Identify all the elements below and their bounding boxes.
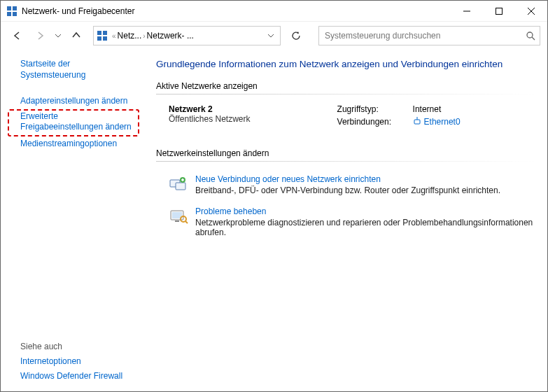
svg-rect-17 [176,183,185,190]
close-icon [528,8,535,15]
refresh-icon [291,31,301,41]
search-icon [526,31,535,41]
connections-label: Verbindungen: [337,117,407,129]
svg-rect-8 [97,31,101,35]
window: Netzwerk- und Freigabecenter [0,0,548,392]
option-desc: Breitband-, DFÜ- oder VPN-Verbindung bzw… [195,186,500,195]
change-settings-label: Netzwerkeinstellungen ändern [156,148,535,158]
maximize-button[interactable] [483,1,515,22]
svg-line-13 [532,37,535,40]
arrow-right-icon [35,31,45,41]
option-desc: Netzwerkprobleme diagnostizieren und rep… [195,218,535,237]
chevron-right-icon: › [143,32,145,40]
refresh-button[interactable] [286,26,306,46]
connection-link[interactable]: Ethernet0 [413,117,461,127]
access-type-label: Zugriffstyp: [337,104,407,114]
ethernet-icon [413,117,421,127]
svg-point-12 [527,32,533,38]
breadcrumb-seg2[interactable]: Netzwerk- ... [147,31,194,41]
network-name: Netzwerk 2 [169,104,337,114]
chevron-down-icon [268,33,274,38]
sidebar: Startseite der Systemsteuerung Adapterei… [1,50,146,391]
see-also-label: Siehe auch [8,337,139,354]
page-title: Grundlegende Informationen zum Netzwerk … [156,58,535,71]
app-icon [6,6,17,17]
recent-dropdown[interactable] [52,26,64,46]
breadcrumb[interactable]: « Netz... › Netzwerk- ... [93,26,281,46]
main: Grundlegende Informationen zum Netzwerk … [146,50,547,391]
svg-rect-2 [7,12,11,16]
sidebar-seealso-firewall[interactable]: Windows Defender Firewall [8,369,139,384]
breadcrumb-dropdown[interactable] [260,27,280,45]
arrow-up-icon [71,31,81,41]
svg-rect-21 [175,220,179,222]
sidebar-item-media[interactable]: Medienstreamingoptionen [8,136,139,152]
arrow-left-icon [13,31,22,41]
window-title: Netzwerk- und Freigabecenter [22,6,134,16]
search-input[interactable] [323,30,526,41]
forward-button[interactable] [30,26,50,46]
minimize-icon [463,8,470,15]
svg-line-23 [185,221,188,223]
access-type-value: Internet [413,104,535,114]
back-button[interactable] [8,26,27,46]
body: Startseite der Systemsteuerung Adapterei… [1,50,547,391]
svg-rect-10 [97,36,101,41]
troubleshoot-icon [169,206,188,226]
close-button[interactable] [515,1,547,22]
svg-rect-5 [496,8,503,14]
svg-rect-11 [103,36,107,41]
toolbar: « Netz... › Netzwerk- ... [1,22,547,50]
minimize-button[interactable] [451,1,483,22]
divider [156,161,535,162]
breadcrumb-sep-icon: « [112,32,116,40]
active-networks-label: Aktive Netzwerke anzeigen [156,81,535,91]
chevron-down-icon [55,33,61,38]
option-title: Probleme beheben [195,206,535,216]
sidebar-item-home[interactable]: Startseite der Systemsteuerung [8,57,139,83]
new-connection-icon [169,174,188,194]
svg-rect-0 [7,6,11,10]
sidebar-item-advanced-sharing[interactable]: Erweiterte Freigabeeinstellungen ändern [8,109,139,136]
svg-rect-9 [103,31,107,35]
maximize-icon [496,8,503,15]
divider [156,94,535,94]
search-box[interactable] [318,26,540,46]
control-panel-icon [97,30,108,41]
svg-rect-3 [13,12,17,16]
option-new-connection[interactable]: Neue Verbindung oder neues Netzwerk einr… [156,172,535,204]
breadcrumb-seg1[interactable]: Netz... [118,31,142,41]
option-troubleshoot[interactable]: Probleme beheben Netzwerkprobleme diagno… [156,204,535,246]
titlebar: Netzwerk- und Freigabecenter [1,1,547,22]
connection-value: Ethernet0 [424,117,461,127]
option-title: Neue Verbindung oder neues Netzwerk einr… [195,174,500,184]
sidebar-item-adapter[interactable]: Adaptereinstellungen ändern [8,94,139,109]
network-type: Öffentliches Netzwerk [169,114,337,124]
svg-rect-1 [13,6,17,10]
up-button[interactable] [66,26,86,46]
sidebar-seealso-internetoptions[interactable]: Internetoptionen [8,354,139,370]
svg-rect-14 [414,120,420,124]
network-row: Netzwerk 2 Öffentliches Netzwerk Zugriff… [156,104,535,129]
